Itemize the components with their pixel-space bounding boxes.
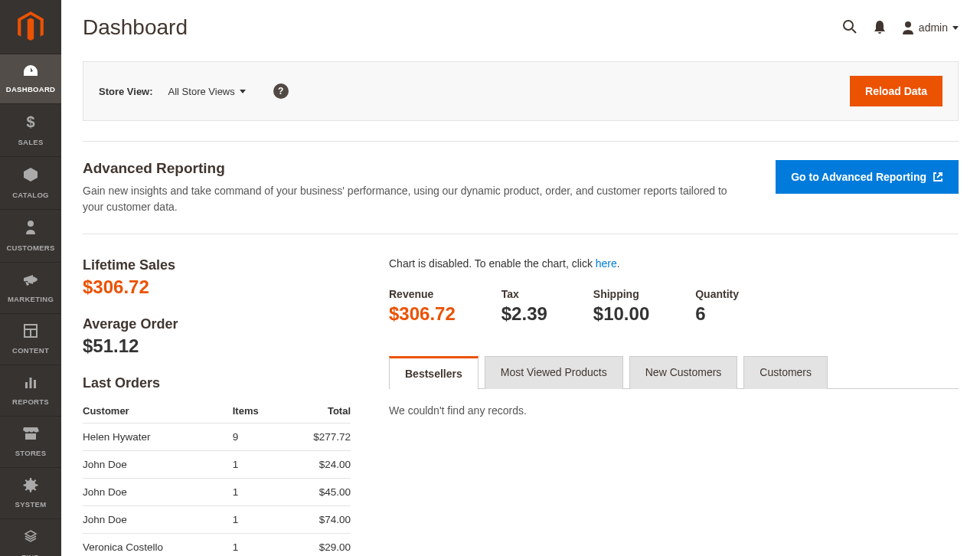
nav-marketing[interactable]: MARKETING: [0, 262, 61, 313]
tab-new-customers[interactable]: New Customers: [629, 356, 738, 389]
advanced-reporting-title: Advanced Reporting: [83, 160, 749, 177]
notifications-icon[interactable]: [873, 19, 887, 37]
store-view-label: Store View:: [99, 86, 153, 97]
svg-rect-6: [30, 378, 32, 388]
chevron-down-icon: [952, 26, 959, 30]
nav-label: CONTENT: [12, 346, 49, 355]
stat-label: Average Order: [83, 316, 351, 332]
col-customer: Customer: [83, 399, 233, 424]
nav-reports[interactable]: REPORTS: [0, 365, 61, 416]
person-icon: [24, 219, 37, 236]
storefront-icon: [22, 426, 39, 441]
last-orders-table: Customer Items Total Helen Hywater9$277.…: [83, 399, 351, 556]
button-label: Go to Advanced Reporting: [791, 171, 926, 183]
dashboard-tabs: Bestsellers Most Viewed Products New Cus…: [389, 355, 959, 389]
average-order-stat: Average Order $51.12: [83, 316, 351, 357]
nav-label: SYSTEM: [15, 500, 47, 509]
nav-partners[interactable]: FIND PARTNERS & EXTENSIONS: [0, 518, 61, 556]
col-items: Items: [233, 399, 281, 424]
page-header: Dashboard admin: [83, 0, 959, 40]
svg-point-10: [905, 21, 911, 28]
header-tools: admin: [842, 19, 959, 37]
nav-label: MARKETING: [8, 295, 54, 303]
svg-text:$: $: [26, 113, 34, 130]
dollar-icon: $: [25, 113, 36, 130]
tab-bestsellers[interactable]: Bestsellers: [389, 356, 479, 389]
admin-username: admin: [919, 21, 948, 34]
advanced-reporting-section: Advanced Reporting Gain new insights and…: [83, 141, 959, 234]
nav-customers[interactable]: CUSTOMERS: [0, 209, 61, 262]
svg-point-1: [28, 221, 34, 227]
revenue-total: Revenue $306.72: [389, 288, 456, 325]
tab-empty-message: We couldn't find any records.: [389, 389, 959, 432]
megaphone-icon: [22, 272, 39, 287]
enable-chart-link[interactable]: here: [596, 257, 617, 270]
nav-system[interactable]: SYSTEM: [0, 467, 61, 518]
quantity-total: Quantity 6: [695, 288, 739, 325]
external-link-icon: [933, 172, 943, 182]
nav-label: REPORTS: [12, 397, 49, 406]
box-icon: [22, 166, 39, 183]
store-scope-bar: Store View: All Store Views ? Reload Dat…: [83, 61, 959, 121]
admin-sidebar: DASHBOARD $ SALES CATALOG CUSTOMERS MARK…: [0, 0, 61, 556]
magento-logo[interactable]: [0, 0, 61, 54]
search-icon[interactable]: [842, 19, 858, 37]
stat-value: $51.12: [83, 335, 351, 357]
bars-icon: [23, 374, 38, 390]
store-view-select[interactable]: All Store Views: [168, 86, 246, 97]
nav-stores[interactable]: STORES: [0, 416, 61, 467]
shipping-total: Shipping $10.00: [593, 288, 649, 325]
help-icon[interactable]: ?: [273, 83, 289, 99]
nav-label: STORES: [15, 449, 47, 457]
nav-label: CUSTOMERS: [6, 244, 54, 252]
reload-data-button[interactable]: Reload Data: [850, 76, 942, 106]
svg-rect-5: [25, 382, 28, 388]
tax-total: Tax $2.39: [501, 288, 547, 325]
nav-catalog[interactable]: CATALOG: [0, 156, 61, 209]
table-row[interactable]: John Doe1$74.00: [83, 506, 351, 534]
user-icon: [902, 21, 914, 34]
svg-rect-7: [34, 380, 36, 388]
last-orders-title: Last Orders: [83, 375, 351, 391]
stat-value: $306.72: [83, 276, 351, 298]
partners-icon: [22, 528, 39, 545]
nav-sales[interactable]: $ SALES: [0, 103, 61, 156]
nav-label: FIND PARTNERS & EXTENSIONS: [6, 553, 55, 556]
stat-label: Lifetime Sales: [83, 257, 351, 273]
table-row[interactable]: Helen Hywater9$277.72: [83, 424, 351, 451]
tab-most-viewed[interactable]: Most Viewed Products: [485, 356, 623, 389]
admin-user-menu[interactable]: admin: [902, 21, 959, 34]
nav-label: SALES: [18, 138, 43, 146]
chart-disabled-message: Chart is disabled. To enable the chart, …: [389, 257, 959, 270]
page-title: Dashboard: [83, 15, 188, 40]
svg-point-8: [844, 21, 853, 30]
totals-row: Revenue $306.72 Tax $2.39 Shipping $10.0…: [389, 288, 959, 325]
go-to-advanced-reporting-button[interactable]: Go to Advanced Reporting: [776, 160, 959, 194]
tab-customers[interactable]: Customers: [743, 356, 828, 389]
chevron-down-icon: [240, 90, 246, 93]
gear-icon: [23, 477, 38, 492]
table-row[interactable]: Veronica Costello1$29.00: [83, 534, 351, 557]
svg-line-9: [852, 29, 856, 33]
nav-dashboard[interactable]: DASHBOARD: [0, 54, 61, 103]
table-row[interactable]: John Doe1$24.00: [83, 451, 351, 479]
lifetime-sales-stat: Lifetime Sales $306.72: [83, 257, 351, 298]
nav-label: DASHBOARD: [6, 85, 55, 93]
col-total: Total: [281, 399, 351, 424]
store-view-value: All Store Views: [168, 86, 235, 97]
main-content: Dashboard admin Store View: All S: [61, 0, 980, 556]
gauge-icon: [22, 64, 39, 77]
nav-content[interactable]: CONTENT: [0, 313, 61, 365]
nav-label: CATALOG: [12, 191, 49, 199]
table-row[interactable]: John Doe1$45.00: [83, 479, 351, 506]
layout-icon: [23, 323, 38, 339]
advanced-reporting-desc: Gain new insights and take command of yo…: [83, 183, 749, 215]
